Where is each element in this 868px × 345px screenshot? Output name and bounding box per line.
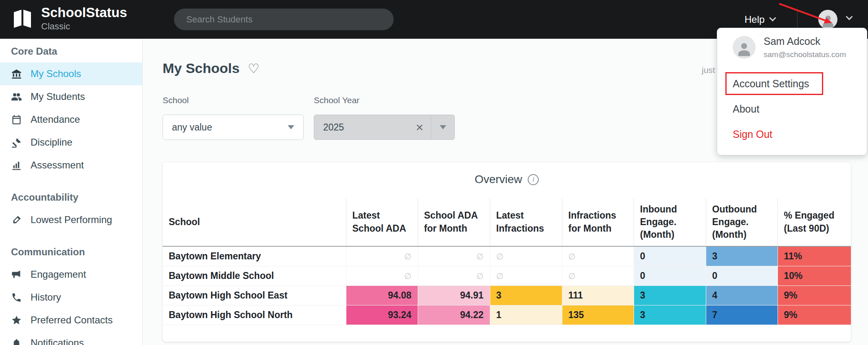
app-root: SchoolStatus Classic Help Core Data My S… [0,0,868,345]
sidebar-item-my-schools[interactable]: My Schools [0,62,142,85]
user-info: Sam Adcock sam@schoolstatus.com [733,35,846,59]
school-icon [11,69,22,80]
school-year-filter-select[interactable]: 2025 × [314,115,455,140]
page-title: My Schools [163,60,240,76]
phone-icon [11,292,22,303]
sidebar: Core Data My Schools My Students Attenda… [0,39,143,345]
ada-month-cell: ∅ [418,246,490,266]
clear-filter-icon[interactable]: × [416,115,423,139]
latest-infractions-cell: 1 [490,305,562,325]
infractions-month-cell: 135 [562,305,634,325]
user-menu-chevron-icon[interactable] [846,13,853,20]
table-row[interactable]: Baytown High School East 94.08 94.91 3 1… [163,285,851,305]
latest-ada-cell: ∅ [346,246,418,266]
school-filter-select[interactable]: any value [163,115,304,140]
chevron-down-icon [288,125,294,129]
bell-icon [11,338,22,345]
bar-chart-icon [11,160,22,171]
students-icon [11,91,22,102]
page-header: My Schools ♡ [163,60,260,76]
col-inbound-engage: Inbound Engage. (Month) [634,198,706,246]
outbound-engage-cell: 3 [706,246,778,266]
school-filter-label: School [163,95,189,105]
empty-value-icon: ∅ [568,272,575,281]
gavel-icon [11,137,22,148]
ada-month-cell: 94.22 [418,305,490,325]
empty-value-icon: ∅ [496,252,503,261]
empty-value-icon: ∅ [476,272,483,281]
person-icon [821,14,835,28]
school-filter-value: any value [172,122,288,133]
table-row[interactable]: Baytown Middle School ∅ ∅ ∅ ∅ 0 0 10% [163,266,851,285]
user-avatar-button[interactable] [818,10,837,29]
latest-ada-cell: 93.24 [346,305,418,325]
inbound-engage-cell: 0 [634,246,706,266]
sidebar-item-notifications[interactable]: Notifications [0,332,142,345]
menu-item-account-settings[interactable]: Account Settings [733,78,809,90]
infractions-month-cell: 111 [562,285,634,305]
user-email: sam@schoolstatus.com [764,50,846,59]
brand[interactable]: SchoolStatus Classic [11,6,127,32]
sidebar-heading-accountability: Accountability [0,191,142,203]
schoolstatus-logo-icon [11,7,34,30]
eraser-icon [11,215,22,226]
sidebar-item-discipline[interactable]: Discipline [0,131,142,154]
search-students-input[interactable] [174,9,394,30]
menu-item-about[interactable]: About [733,103,759,115]
outbound-engage-cell: 4 [706,285,778,305]
user-name: Sam Adcock [764,35,846,47]
menu-item-sign-out[interactable]: Sign Out [733,128,772,140]
chevron-down-icon [769,15,776,22]
sidebar-item-label: Lowest Performing [31,214,112,226]
brand-subtitle: Classic [41,21,127,32]
school-name-cell: Baytown Middle School [163,266,346,285]
sidebar-item-preferred-contacts[interactable]: Preferred Contacts [0,309,142,332]
sidebar-heading-communication: Communication [0,246,142,258]
person-icon [736,41,752,57]
overview-table: School Latest School ADA School ADA for … [163,198,851,325]
empty-value-icon: ∅ [496,272,503,281]
star-icon [11,315,22,326]
latest-ada-cell: 94.08 [346,285,418,305]
ada-month-cell: 94.91 [418,285,490,305]
megaphone-icon [11,269,22,280]
sidebar-item-my-students[interactable]: My Students [0,85,142,108]
latest-infractions-cell: ∅ [490,246,562,266]
brand-name: SchoolStatus [41,6,127,20]
chevron-down-icon [440,125,446,129]
percent-engaged-cell: 10% [778,266,851,285]
favorite-heart-icon[interactable]: ♡ [248,62,260,75]
percent-engaged-cell: 9% [778,305,851,325]
col-infractions-for-month: Infractions for Month [562,198,634,246]
sidebar-item-label: Notifications [31,337,84,345]
table-row[interactable]: Baytown High School North 93.24 94.22 1 … [163,305,851,325]
school-year-filter-value: 2025 [323,122,445,133]
latest-infractions-cell: 3 [490,285,562,305]
sidebar-item-lowest-performing[interactable]: Lowest Performing [0,208,142,231]
sidebar-item-attendance[interactable]: Attendance [0,108,142,131]
sidebar-item-engagement[interactable]: Engagement [0,263,142,286]
table-row[interactable]: Baytown Elementary ∅ ∅ ∅ ∅ 0 3 11% [163,246,851,266]
latest-ada-cell: ∅ [346,266,418,285]
sidebar-item-label: Attendance [31,114,80,125]
overview-title: Overview [475,173,522,186]
sidebar-item-history[interactable]: History [0,286,142,309]
sidebar-item-label: Discipline [31,137,73,148]
latest-infractions-cell: ∅ [490,266,562,285]
sidebar-item-label: Preferred Contacts [31,314,112,326]
sidebar-item-label: Assessment [31,159,84,171]
sidebar-item-assessment[interactable]: Assessment [0,154,142,177]
navbar-divider [797,9,798,30]
percent-engaged-cell: 11% [778,246,851,266]
info-icon[interactable]: i [528,174,539,185]
outbound-engage-cell: 0 [706,266,778,285]
ada-month-cell: ∅ [418,266,490,285]
inbound-engage-cell: 0 [634,266,706,285]
sidebar-item-label: My Schools [31,68,81,80]
school-name-cell: Baytown High School East [163,285,346,305]
col-school-ada-for-month: School ADA for Month [418,198,490,246]
empty-value-icon: ∅ [404,272,411,281]
col-latest-school-ada: Latest School ADA [346,198,418,246]
inbound-engage-cell: 3 [634,285,706,305]
year-dropdown-toggle[interactable] [431,115,454,139]
